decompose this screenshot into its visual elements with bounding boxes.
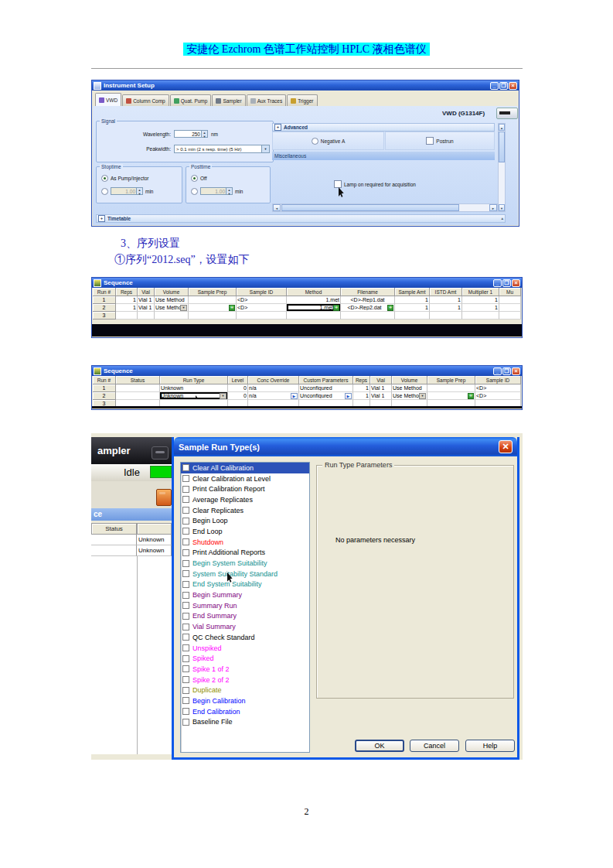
stoptime-value-radio[interactable]: [101, 188, 108, 195]
wavelength-input[interactable]: 250: [174, 130, 202, 138]
sequence2-titlebar[interactable]: Sequence _ ❐ ×: [92, 366, 522, 376]
run-type-checkbox[interactable]: [182, 592, 189, 599]
stoptime-spinner[interactable]: ▲▼: [137, 187, 143, 195]
sequence-cell[interactable]: [499, 312, 521, 320]
run-type-item[interactable]: Spike 1 of 2: [181, 664, 309, 675]
run-type-item[interactable]: Summary Run: [181, 600, 309, 611]
run-type-checkbox[interactable]: [182, 676, 189, 683]
help-button[interactable]: Help: [465, 740, 515, 752]
run-type-item[interactable]: Shutdown: [181, 537, 309, 548]
run-type-item[interactable]: End Loop: [181, 526, 309, 537]
run-type-checkbox[interactable]: [182, 665, 189, 672]
peakwidth-select[interactable]: > 0.1 min (2 s resp. time) (5 Hz) ▼: [174, 145, 270, 153]
sequence-cell[interactable]: [427, 384, 475, 392]
sequence-cell[interactable]: [116, 384, 160, 392]
sequence-cell[interactable]: Unknown: [160, 384, 228, 392]
run-type-checkbox[interactable]: [182, 518, 189, 525]
run-type-cell[interactable]: Unknown: [137, 545, 172, 556]
posttime-input[interactable]: 1.00: [200, 187, 226, 195]
run-type-item[interactable]: Average Replicates: [181, 494, 309, 505]
tab-sampler[interactable]: Sampler: [212, 94, 245, 106]
run-type-checkbox[interactable]: [182, 570, 189, 577]
sequence-cell[interactable]: [138, 312, 155, 320]
sequence-cell[interactable]: [430, 312, 462, 320]
scroll-down-icon[interactable]: ▼: [499, 204, 505, 211]
tab-vwd[interactable]: VWD: [95, 93, 121, 106]
run-type-checkbox[interactable]: [182, 486, 189, 493]
ok-button[interactable]: OK: [355, 740, 404, 752]
collapse-icon[interactable]: ▴: [501, 215, 503, 222]
tab-aux-traces[interactable]: Aux Traces: [247, 94, 287, 106]
run-type-item[interactable]: Clear Replicates: [181, 505, 309, 516]
restore-icon[interactable]: ❐: [499, 82, 508, 90]
run-type-checkbox[interactable]: [182, 708, 189, 715]
close-icon[interactable]: ✕: [499, 440, 513, 453]
sequence-cell[interactable]: <D>: [475, 392, 521, 400]
sequence-cell[interactable]: Use Method: [392, 384, 427, 392]
run-type-checkbox[interactable]: [182, 655, 189, 662]
status-cell[interactable]: [91, 535, 137, 545]
sequence-cell[interactable]: [499, 296, 521, 304]
close-icon[interactable]: ×: [509, 82, 517, 90]
sequence-cell[interactable]: 0: [228, 392, 248, 400]
sequence-cell[interactable]: [499, 304, 521, 312]
restore-icon[interactable]: ❐: [502, 279, 511, 287]
sequence-cell[interactable]: [189, 296, 237, 304]
run-type-checkbox[interactable]: [182, 475, 189, 482]
sequence-cell[interactable]: Vial 1: [370, 392, 392, 400]
minimize-icon[interactable]: _: [493, 367, 502, 375]
sequence-cell[interactable]: [395, 312, 430, 320]
scroll-right-icon[interactable]: ►: [489, 204, 497, 211]
vertical-scrollbar[interactable]: ▲ ▼: [498, 123, 506, 212]
run-type-checkbox[interactable]: [182, 464, 189, 471]
sequence-cell[interactable]: <D>: [237, 304, 287, 312]
sequence-cell[interactable]: <D>-Rep1.dat: [341, 296, 395, 304]
run-type-listbox[interactable]: Clear All CalibrationClear Calibration a…: [180, 462, 310, 753]
sequence-cell[interactable]: Unconfigured: [299, 384, 353, 392]
run-type-checkbox[interactable]: [182, 719, 189, 726]
row-number-cell[interactable]: 2: [93, 304, 116, 312]
sequence-cell[interactable]: 0: [228, 384, 248, 392]
browse-plus-button[interactable]: +: [387, 305, 393, 311]
browse-plus-button[interactable]: +: [468, 393, 474, 399]
expand-icon[interactable]: +: [274, 124, 281, 131]
sequence-cell[interactable]: [116, 312, 138, 320]
run-type-item[interactable]: Clear Calibration at Level: [181, 473, 309, 484]
run-type-checkbox[interactable]: [182, 581, 189, 588]
stoptime-as-pump-radio[interactable]: [101, 175, 108, 182]
run-type-item[interactable]: Print Calibration Report: [181, 484, 309, 494]
dropdown-button[interactable]: ▼: [419, 393, 426, 399]
sequence-cell[interactable]: 1: [395, 304, 430, 312]
run-type-checkbox[interactable]: [182, 528, 189, 535]
expand-arrow-button[interactable]: ▶: [291, 393, 298, 399]
negative-radio[interactable]: [312, 138, 318, 145]
sequence-cell[interactable]: n/a: [248, 384, 299, 392]
status-cell[interactable]: [91, 545, 137, 556]
sequence-cell[interactable]: 1: [116, 304, 138, 312]
postrun-checkbox[interactable]: [426, 137, 434, 145]
lamp-on-checkbox[interactable]: [334, 180, 342, 188]
scroll-left-icon[interactable]: ◄: [273, 204, 281, 211]
sequence-cell[interactable]: +: [189, 304, 237, 312]
sequence-cell[interactable]: <D>: [475, 384, 521, 392]
instrument-setup-titlebar[interactable]: Instrument Setup _ ❐ ×: [92, 80, 519, 91]
dropdown-button[interactable]: ▼: [220, 393, 226, 399]
run-type-item[interactable]: Clear All Calibration: [181, 463, 309, 473]
run-type-item[interactable]: Begin Calibration: [181, 695, 309, 706]
run-type-item[interactable]: End Summary: [181, 611, 309, 622]
row-number-cell[interactable]: 2: [93, 392, 116, 400]
sequence-cell[interactable]: 1: [430, 304, 462, 312]
tab-trigger[interactable]: Trigger: [287, 94, 317, 106]
tab-column-comp[interactable]: Column Comp: [122, 94, 169, 106]
run-type-item[interactable]: Baseline File: [181, 717, 309, 728]
sequence-cell[interactable]: [237, 312, 287, 320]
sequence-cell[interactable]: Unknown▼: [160, 392, 228, 400]
run-type-cell[interactable]: Unknown: [137, 535, 172, 545]
sequence-cell[interactable]: Use Method: [155, 296, 189, 304]
sequence-cell[interactable]: Vial 1: [370, 384, 392, 392]
sequence-cell[interactable]: 1.met+: [287, 304, 341, 312]
sequence-cell[interactable]: [116, 392, 160, 400]
dialog-titlebar[interactable]: Sample Run Type(s) ✕: [174, 437, 517, 456]
run-type-item[interactable]: Duplicate: [181, 685, 309, 695]
row-number-cell[interactable]: 1: [93, 296, 116, 304]
